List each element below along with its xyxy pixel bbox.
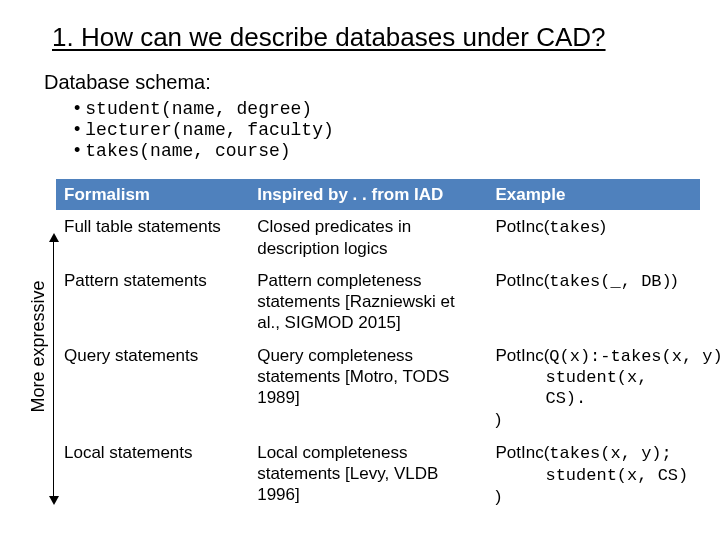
cell-inspired: Pattern completeness statements [Razniew…	[249, 264, 487, 339]
cell-formalism: Local statements	[56, 436, 249, 513]
table-header-row: Formalism Inspired by . . from IAD Examp…	[56, 179, 700, 211]
slide: 1. How can we describe databases under C…	[0, 0, 720, 540]
expressiveness-axis: More expressive	[20, 179, 56, 513]
body-row: More expressive Formalism Inspired by . …	[20, 179, 700, 513]
cell-formalism: Query statements	[56, 339, 249, 436]
schema-item: takes(name, course)	[74, 140, 700, 161]
cell-example: PotInc(takes(x, y); student(x, CS))	[487, 436, 700, 513]
cell-example: PotInc(Q(x):-takes(x, y), student(x, CS)…	[487, 339, 700, 436]
cell-inspired: Closed predicates in description logics	[249, 211, 487, 265]
double-arrow-icon	[53, 235, 54, 503]
table-wrap: Formalism Inspired by . . from IAD Examp…	[56, 179, 700, 513]
col-formalism: Formalism	[56, 179, 249, 211]
table-row: Full table statements Closed predicates …	[56, 211, 700, 265]
col-example: Example	[487, 179, 700, 211]
cell-formalism: Pattern statements	[56, 264, 249, 339]
formalism-table: Formalism Inspired by . . from IAD Examp…	[56, 179, 700, 513]
axis-label: More expressive	[28, 280, 49, 412]
schema-list: student(name, degree) lecturer(name, fac…	[74, 98, 700, 161]
slide-title: 1. How can we describe databases under C…	[52, 22, 700, 53]
cell-inspired: Query completeness statements [Motro, TO…	[249, 339, 487, 436]
schema-heading: Database schema:	[44, 71, 700, 94]
table-row: Local statements Local completeness stat…	[56, 436, 700, 513]
cell-inspired: Local completeness statements [Levy, VLD…	[249, 436, 487, 513]
schema-item: lecturer(name, faculty)	[74, 119, 700, 140]
schema-item: student(name, degree)	[74, 98, 700, 119]
cell-example: PotInc(takes(_, DB))	[487, 264, 700, 339]
cell-example: PotInc(takes)	[487, 211, 700, 265]
table-row: Pattern statements Pattern completeness …	[56, 264, 700, 339]
col-inspired: Inspired by . . from IAD	[249, 179, 487, 211]
table-row: Query statements Query completeness stat…	[56, 339, 700, 436]
cell-formalism: Full table statements	[56, 211, 249, 265]
